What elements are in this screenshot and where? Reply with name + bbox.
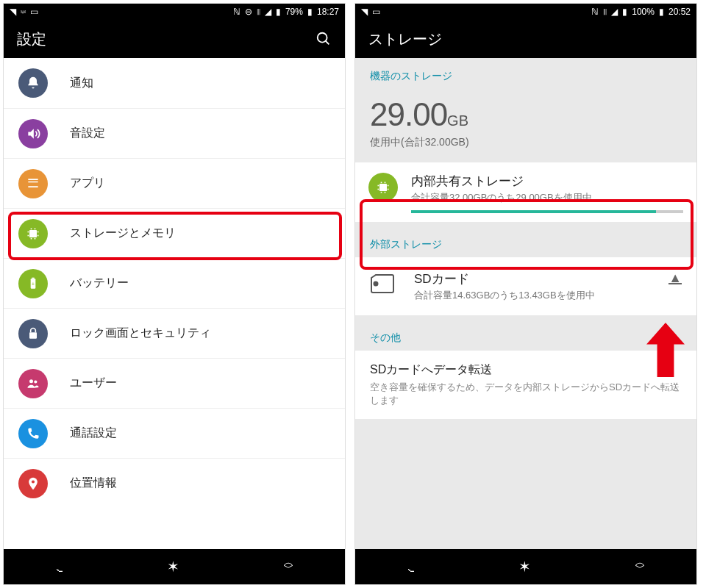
svg-point-27 bbox=[374, 282, 378, 286]
sd-sub: 合計容量14.63GBのうち13.43GBを使用中 bbox=[414, 289, 668, 302]
battery-pct: 79% bbox=[285, 7, 303, 17]
battery-pct: 100% bbox=[632, 7, 655, 17]
svg-rect-12 bbox=[32, 277, 34, 279]
chip-icon bbox=[18, 219, 48, 248]
settings-item-pin[interactable]: 位置情報 bbox=[4, 458, 345, 508]
internal-sub: 合計容量32.00GBのうち29.00GBを使用中 bbox=[411, 191, 683, 204]
internal-storage-row[interactable]: 内部共有ストレージ 合計容量32.00GBのうち29.00GBを使用中 bbox=[355, 162, 696, 222]
internal-title: 内部共有ストレージ bbox=[411, 173, 683, 190]
vibrate-icon: ⫴ bbox=[257, 7, 260, 17]
settings-item-bell[interactable]: 通知 bbox=[4, 58, 345, 108]
nav-recent-icon[interactable]: ⌔ bbox=[284, 559, 293, 576]
clock: 20:52 bbox=[668, 7, 691, 17]
nav-back-icon[interactable]: ⦦ bbox=[407, 559, 415, 576]
settings-item-chip[interactable]: ストレージとメモリ bbox=[4, 208, 345, 258]
settings-item-label: 音設定 bbox=[70, 126, 105, 141]
svg-line-1 bbox=[326, 41, 329, 45]
sd-card-row[interactable]: SDカード 合計容量14.63GBのうち13.43GBを使用中 ▲ bbox=[355, 257, 696, 315]
svg-rect-14 bbox=[29, 332, 37, 338]
storage-content: 機器のストレージ 29.00GB 使用中(合計32.00GB) 内部共有ストレー… bbox=[355, 58, 696, 549]
vibrate-icon: ⫴ bbox=[603, 7, 607, 17]
settings-item-battery[interactable]: +バッテリー bbox=[4, 258, 345, 308]
settings-item-lock[interactable]: ロック画面とセキュリティ bbox=[4, 308, 345, 358]
picture-icon: ▭ bbox=[30, 7, 38, 17]
chip-icon bbox=[368, 173, 398, 202]
nav-home-icon[interactable]: ✶ bbox=[167, 558, 179, 576]
used-subtext: 使用中(合計32.00GB) bbox=[370, 136, 682, 149]
settings-list: 通知音設定アプリストレージとメモリ+バッテリーロック画面とセキュリティユーザー通… bbox=[4, 58, 345, 549]
transfer-row[interactable]: SDカードへデータ転送 空き容量を確保するため、データを内部ストレージからSDカ… bbox=[355, 351, 696, 419]
users-icon bbox=[18, 369, 48, 398]
svg-rect-21 bbox=[388, 185, 389, 187]
section-device-storage: 機器のストレージ bbox=[355, 58, 696, 89]
used-value: 29.00 bbox=[370, 96, 447, 132]
search-icon[interactable] bbox=[315, 31, 332, 47]
settings-item-label: アプリ bbox=[70, 176, 105, 191]
svg-rect-23 bbox=[381, 182, 382, 184]
status-bar: ◥ ⎃ ▭ ℕ ⊖ ⫴ ◢ ▮ 79% ▮ 18:27 bbox=[4, 4, 345, 20]
settings-item-label: ストレージとメモリ bbox=[70, 226, 176, 241]
svg-point-0 bbox=[318, 33, 327, 43]
settings-header: 設定 bbox=[4, 20, 345, 58]
nav-bar: ⦦ ✶ ⌔ bbox=[355, 549, 696, 584]
settings-item-phone[interactable]: 通話設定 bbox=[4, 408, 345, 458]
battery-icon: + bbox=[18, 269, 48, 298]
nfc-icon: ℕ bbox=[591, 7, 599, 17]
nav-recent-icon[interactable]: ⌔ bbox=[635, 559, 644, 576]
status-bar: ◥ ▭ ℕ ⫴ ◢ ▮ 100% ▮ 20:52 bbox=[355, 4, 696, 20]
settings-item-label: バッテリー bbox=[70, 276, 129, 291]
settings-item-label: ユーザー bbox=[70, 376, 117, 391]
svg-rect-20 bbox=[378, 189, 379, 190]
page-title: ストレージ bbox=[368, 29, 442, 49]
storage-header: ストレージ bbox=[355, 20, 696, 58]
section-other: その他 bbox=[355, 315, 696, 351]
phone-icon bbox=[18, 419, 48, 448]
eject-icon[interactable]: ▲ bbox=[668, 270, 682, 284]
svg-rect-2 bbox=[29, 230, 37, 237]
transfer-sub: 空き容量を確保するため、データを内部ストレージからSDカードへ転送します bbox=[370, 381, 682, 407]
svg-rect-9 bbox=[31, 237, 32, 239]
svg-rect-6 bbox=[38, 234, 39, 236]
transfer-title: SDカードへデータ転送 bbox=[370, 362, 682, 378]
pin-icon bbox=[18, 469, 48, 498]
svg-point-15 bbox=[29, 379, 33, 383]
settings-item-sound[interactable]: 音設定 bbox=[4, 108, 345, 158]
sd-card-icon bbox=[370, 273, 398, 295]
settings-item-apps[interactable]: アプリ bbox=[4, 158, 345, 208]
sound-icon bbox=[18, 119, 48, 148]
settings-item-label: ロック画面とセキュリティ bbox=[70, 326, 211, 341]
nav-bar: ⦦ ✶ ⌔ bbox=[4, 549, 345, 584]
svg-rect-5 bbox=[38, 231, 39, 232]
picture-icon: ▭ bbox=[372, 7, 380, 17]
lock-icon bbox=[18, 319, 48, 348]
section-external-storage: 外部ストレージ bbox=[355, 222, 696, 257]
phone-left: ◥ ⎃ ▭ ℕ ⊖ ⫴ ◢ ▮ 79% ▮ 18:27 設定 通知音設定アプリス… bbox=[3, 3, 346, 585]
settings-item-label: 通話設定 bbox=[70, 426, 117, 441]
internal-progress bbox=[411, 210, 683, 213]
nav-home-icon[interactable]: ✶ bbox=[518, 558, 531, 576]
wifi-icon: ◢ bbox=[611, 7, 618, 17]
wifi-icon: ◢ bbox=[265, 7, 271, 17]
battery-icon: ▮ bbox=[659, 7, 664, 17]
cast-icon: ⎃ bbox=[21, 7, 26, 17]
nfc-icon: ℕ bbox=[233, 7, 240, 17]
svg-point-17 bbox=[32, 480, 35, 483]
svg-rect-25 bbox=[381, 192, 382, 193]
bell-icon bbox=[18, 68, 48, 98]
svg-text:+: + bbox=[32, 280, 35, 287]
svg-rect-19 bbox=[378, 185, 379, 187]
settings-item-users[interactable]: ユーザー bbox=[4, 358, 345, 408]
apps-icon bbox=[18, 169, 48, 198]
svg-rect-4 bbox=[28, 234, 29, 236]
signal-icon: ▮ bbox=[276, 7, 281, 17]
svg-rect-26 bbox=[385, 192, 386, 193]
nav-back-icon[interactable]: ⦦ bbox=[56, 559, 63, 576]
svg-rect-24 bbox=[385, 182, 386, 184]
svg-rect-8 bbox=[35, 228, 36, 229]
svg-point-16 bbox=[34, 380, 37, 383]
svg-rect-10 bbox=[35, 237, 36, 239]
svg-rect-18 bbox=[379, 184, 387, 191]
battery-icon: ▮ bbox=[307, 7, 313, 17]
notif-dot-icon: ◥ bbox=[10, 7, 16, 17]
sd-title: SDカード bbox=[414, 270, 668, 287]
